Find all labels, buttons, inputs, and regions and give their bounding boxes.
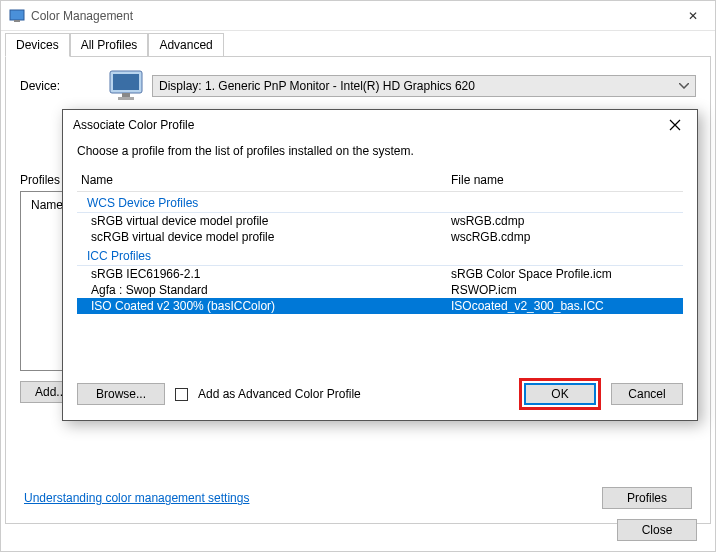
dialog-overlay: Associate Color Profile Choose a profile… [0, 0, 716, 552]
list-item[interactable]: scRGB virtual device model profile wscRG… [77, 229, 683, 245]
list-item[interactable]: sRGB virtual device model profile wsRGB.… [77, 213, 683, 229]
list-item-selected[interactable]: ISO Coated v2 300% (basICColor) ISOcoate… [77, 298, 683, 314]
row-name: sRGB IEC61966-2.1 [91, 267, 451, 281]
row-name: scRGB virtual device model profile [91, 230, 451, 244]
row-file: ISOcoated_v2_300_bas.ICC [451, 299, 604, 313]
row-name: ISO Coated v2 300% (basICColor) [91, 299, 451, 313]
grid-header: Name File name [77, 169, 683, 192]
dialog-button-row: Browse... Add as Advanced Color Profile … [63, 368, 697, 420]
dialog-title: Associate Color Profile [73, 118, 653, 132]
tab-devices[interactable]: Devices [5, 33, 70, 57]
dialog-titlebar: Associate Color Profile [63, 110, 697, 140]
row-name: Agfa : Swop Standard [91, 283, 451, 297]
profile-grid: Name File name WCS Device Profiles sRGB … [77, 168, 683, 314]
add-advanced-label: Add as Advanced Color Profile [198, 387, 361, 401]
row-file: sRGB Color Space Profile.icm [451, 267, 612, 281]
row-file: wsRGB.cdmp [451, 214, 524, 228]
header-file[interactable]: File name [447, 173, 683, 187]
cancel-button[interactable]: Cancel [611, 383, 683, 405]
row-file: RSWOP.icm [451, 283, 517, 297]
list-item[interactable]: sRGB IEC61966-2.1 sRGB Color Space Profi… [77, 266, 683, 282]
group-icc: ICC Profiles [77, 247, 683, 266]
associate-profile-dialog: Associate Color Profile Choose a profile… [62, 109, 698, 421]
dialog-instruction: Choose a profile from the list of profil… [77, 144, 683, 158]
group-wcs: WCS Device Profiles [77, 194, 683, 213]
ok-highlight: OK [519, 378, 601, 410]
row-file: wscRGB.cdmp [451, 230, 530, 244]
dialog-close-button[interactable] [653, 111, 697, 140]
row-name: sRGB virtual device model profile [91, 214, 451, 228]
close-icon [669, 119, 681, 131]
browse-button[interactable]: Browse... [77, 383, 165, 405]
list-item[interactable]: Agfa : Swop Standard RSWOP.icm [77, 282, 683, 298]
add-advanced-checkbox[interactable] [175, 388, 188, 401]
header-name[interactable]: Name [77, 173, 447, 187]
dialog-body: Choose a profile from the list of profil… [63, 140, 697, 324]
ok-button[interactable]: OK [524, 383, 596, 405]
